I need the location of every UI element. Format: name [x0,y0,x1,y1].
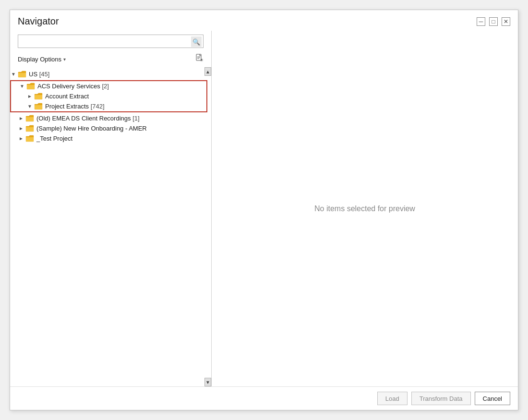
cancel-button[interactable]: Cancel [475,392,510,405]
title-bar: Navigator ─ □ ✕ [10,10,518,31]
tree-node-test-project[interactable]: ► _Test Project [10,133,211,144]
node-label-old-emea: (Old) EMEA DS Client Recordings [36,115,131,122]
search-button[interactable]: 🔍 [191,36,202,47]
window-controls: ─ □ ✕ [477,17,510,26]
restore-icon: □ [492,18,495,25]
left-panel: 🔍 Display Options ▾ [10,31,212,386]
close-button[interactable]: ✕ [502,17,510,26]
node-label-project-extracts: Project Extracts [45,103,89,110]
node-label-test-project: _Test Project [36,135,72,142]
window-title: Navigator [18,16,59,27]
expand-icon-acs: ▼ [19,83,25,90]
close-icon: ✕ [504,18,508,25]
search-icon: 🔍 [192,38,200,46]
node-label-account-extract: Account Extract [45,93,89,100]
content-area: 🔍 Display Options ▾ [10,31,518,386]
expand-icon-us: ▼ [10,71,17,78]
tree-node-project-extracts[interactable]: ▼ Project Extracts [742] [11,101,206,111]
tree-node-us[interactable]: ▼ US [45] [10,69,211,79]
folder-icon-acs [26,83,35,90]
node-count-old-emea: [1] [131,115,140,122]
expand-icon-old-emea: ► [18,115,24,122]
navigator-window: Navigator ─ □ ✕ 🔍 [10,10,518,410]
minimize-icon: ─ [479,18,483,25]
chevron-down-icon: ▾ [63,57,66,62]
restore-button[interactable]: □ [489,17,498,26]
node-label-acs: ACS Delivery Services [37,83,100,90]
tree-node-acs[interactable]: ▼ ACS Delivery Services [2] [11,81,206,91]
tree-node-sample-new-hire[interactable]: ► (Sample) New Hire Onboarding - AMER [10,123,211,133]
display-options-row: Display Options ▾ [10,52,211,67]
display-options-label: Display Options [18,56,61,63]
search-input[interactable] [18,35,204,48]
node-count-project-extracts: [742] [89,103,105,110]
expand-icon-project-extracts: ▼ [26,103,33,110]
scroll-down-arrow[interactable]: ▼ [204,378,211,386]
tree-scroll[interactable]: ▼ US [45] [10,67,211,386]
right-panel: No items selected for preview [212,31,518,386]
search-container: 🔍 [10,35,211,52]
export-icon [195,54,204,64]
export-button[interactable] [195,54,204,64]
tree-node-old-emea[interactable]: ► (Old) EMEA DS Client Recordings [1] [10,113,211,123]
node-label-us: US [29,71,37,78]
node-count-us: [45] [37,71,49,78]
footer: Load Transform Data Cancel [10,386,518,410]
highlighted-group: ▼ ACS Delivery Services [2] [10,80,207,112]
expand-icon-test-project: ► [18,135,24,142]
folder-icon-account-extract [34,93,43,100]
node-label-sample-new-hire: (Sample) New Hire Onboarding - AMER [36,125,147,132]
display-options-button[interactable]: Display Options ▾ [18,56,66,63]
minimize-button[interactable]: ─ [477,17,485,26]
folder-icon-sample-new-hire [25,125,34,132]
expand-icon-account-extract: ► [26,93,33,100]
folder-icon-test-project [25,135,34,142]
transform-data-button[interactable]: Transform Data [411,392,471,405]
tree-node-account-extract[interactable]: ► Account Extract [11,91,206,101]
folder-icon-old-emea [25,115,34,122]
scroll-up-arrow[interactable]: ▲ [204,67,211,76]
preview-empty-text: No items selected for preview [314,204,415,213]
folder-icon-project-extracts [34,103,43,110]
node-count-acs: [2] [100,83,109,90]
expand-icon-sample-new-hire: ► [18,125,24,132]
load-button[interactable]: Load [377,392,408,405]
tree-wrapper: ▼ US [45] [10,67,211,386]
folder-icon-us [18,71,26,78]
